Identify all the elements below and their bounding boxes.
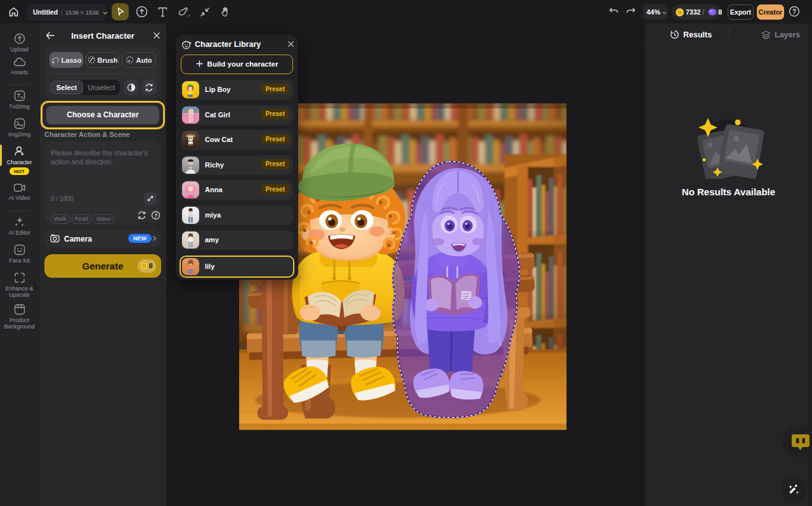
svg-text:?: ? <box>154 212 157 219</box>
svg-text:?: ? <box>792 8 796 15</box>
svg-text:D: D <box>678 10 682 15</box>
svg-text:D: D <box>143 264 147 268</box>
